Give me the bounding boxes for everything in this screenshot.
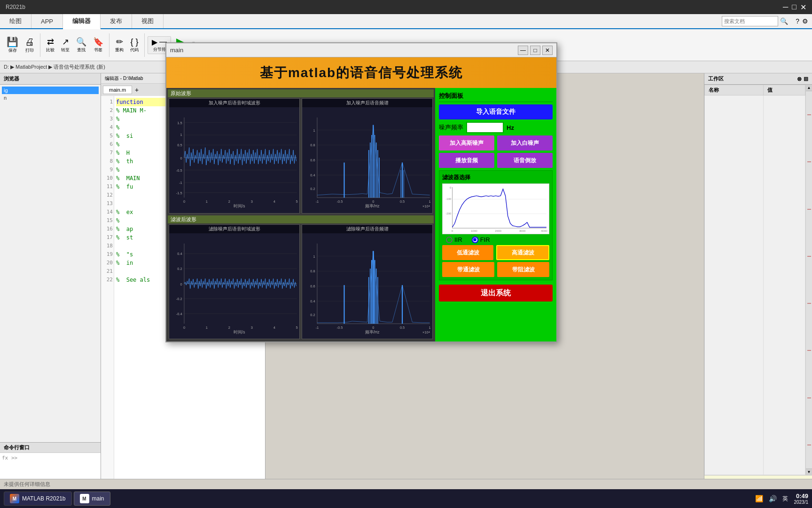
tree-item-ig[interactable]: ig [2,87,99,94]
refactor-button[interactable]: ✏ 重构 [112,36,126,54]
gaussian-noise-button[interactable]: 加入高斯噪声 [439,135,494,151]
original-section-label: 原始波形 [168,89,434,97]
iir-radio-circle [446,237,453,243]
noise-freq-row: 噪声频率 10000 Hz [439,122,553,133]
svg-text:0: 0 [452,229,453,232]
scroll-down-btn[interactable]: ▼ [806,468,812,475]
left-panel-header: 浏览器 [0,73,101,85]
white-noise-button[interactable]: 加入白噪声 [497,135,553,151]
plot-top-right-inner: 1 0.8 0.6 0.4 0.2 -1 -0.5 0 0.5 [302,107,432,213]
noise-freq-input[interactable]: 10000 [466,122,504,133]
svg-text:2000: 2000 [495,229,501,232]
goto-button[interactable]: ↗ 转至 [58,36,72,54]
workspace-close-icon[interactable]: ⊗ [797,76,802,82]
bookmark-button[interactable]: 🔖 书签 [90,36,106,54]
indent-button[interactable]: { } 代码 [127,36,141,54]
svg-text:1: 1 [313,254,315,258]
svg-text:频率/Hz: 频率/Hz [365,330,380,334]
taskbar-time: 0:49 [794,492,808,500]
save-button[interactable]: 💾 保存 [4,35,21,55]
search-icon[interactable]: 🔍 [780,17,788,25]
svg-text:-1.5: -1.5 [176,191,182,195]
bandstop-button[interactable]: 带阻滤波 [497,262,549,277]
plots-area: 原始波形 加入噪声后语音时域波形 [166,88,435,341]
svg-text:3: 3 [251,199,253,204]
svg-text:0.6: 0.6 [310,284,315,288]
print-button[interactable]: 🖨 打印 [22,36,37,55]
left-panel-content: ig n [0,85,101,442]
reverse-audio-button[interactable]: 语音倒放 [497,153,553,168]
svg-text:1: 1 [429,325,431,329]
svg-text:4000: 4000 [541,229,547,232]
svg-text:1.5: 1.5 [177,121,182,125]
status-bar: 未提供任何详细信息 [0,479,812,489]
svg-text:1: 1 [206,199,208,204]
minimize-btn[interactable]: ─ [783,3,788,12]
tray-lang[interactable]: 英 [782,495,788,503]
window-close-btn[interactable]: ✕ [542,46,553,55]
svg-text:-0.5: -0.5 [336,199,343,204]
window-maximize-btn[interactable]: □ [530,46,540,55]
window-minimize-btn[interactable]: — [518,46,528,55]
svg-text:时间/s: 时间/s [234,204,245,208]
highpass-button[interactable]: 高通滤波 [496,245,549,260]
tab-editor[interactable]: 编辑器 [63,14,101,29]
svg-text:0: 0 [450,186,452,189]
svg-text:1: 1 [180,133,182,137]
find-button[interactable]: 🔍 查找 [73,36,89,54]
plot-bottom-right-svg: 1 0.8 0.6 0.4 0.2 -1 -0.5 0 0.5 1 [302,233,432,339]
filter-chart: 0 -100 -200 0 1000 2000 3000 4000 [442,183,549,234]
scroll-up-btn[interactable]: ▲ [806,85,812,91]
svg-text:0.2: 0.2 [177,267,182,271]
load-file-button[interactable]: 导入语音文件 [439,104,553,119]
filter-section: 滤波器选择 0 [439,170,553,280]
editor-tab-main[interactable]: main.m [103,86,132,94]
bandpass-button[interactable]: 带通滤波 [442,262,494,277]
tray-sound-icon[interactable]: 🔊 [769,495,777,502]
svg-text:2: 2 [228,199,230,204]
svg-text:0.5: 0.5 [400,325,405,329]
tab-app[interactable]: APP [31,14,63,28]
workspace-title: 工作区 [708,75,724,82]
title-bar: R2021b ─ □ ✕ [0,0,812,14]
svg-text:0.2: 0.2 [310,187,315,191]
workspace-table: 名称 值 [704,85,805,475]
tab-publish[interactable]: 发布 [101,14,132,28]
new-tab-btn[interactable]: + [133,86,141,94]
taskbar-main-btn[interactable]: M main [74,492,110,506]
tree-item-n[interactable]: n [2,94,99,102]
iir-label: IIR [454,236,462,243]
lowpass-button[interactable]: 低通滤波 [442,245,493,260]
tab-drawing[interactable]: 绘图 [0,14,31,28]
taskbar-matlab-btn[interactable]: M MATLAB R2021b [4,492,72,506]
main-window-titlebar: main — □ ✕ [166,43,556,57]
exit-button[interactable]: 退出系统 [439,285,553,302]
plot-top-left: 加入噪声后语音时域波形 [169,98,300,214]
fir-radio[interactable]: FIR [472,236,490,243]
compare-button[interactable]: ⇄ 比较 [43,36,57,54]
tab-view[interactable]: 视图 [132,14,164,28]
iir-radio[interactable]: IIR [446,236,462,243]
refactor-icon: ✏ [116,37,123,47]
workspace-row [705,95,805,475]
maximize-btn[interactable]: □ [792,3,796,12]
tray-network-icon[interactable]: 📶 [755,495,763,502]
app-body: 原始波形 加入噪声后语音时域波形 [166,88,556,341]
svg-text:-1: -1 [316,325,319,329]
app-header: 基于matlab的语音信号处理系统 [166,57,556,88]
scroll-track [806,91,812,468]
settings-icon[interactable]: ⚙ [802,17,808,25]
plot-top-right-svg: 1 0.8 0.6 0.4 0.2 -1 -0.5 0 0.5 [302,107,432,213]
svg-text:0: 0 [372,199,374,204]
left-panel: 浏览器 ig n 命令行窗口 fx >> [0,73,101,489]
control-panel-title: 控制面板 [439,92,553,102]
search-input[interactable] [722,16,778,26]
col-value-header: 值 [763,85,805,95]
close-btn[interactable]: ✕ [800,3,806,12]
print-icon: 🖨 [25,37,34,48]
window-title: R2021b [6,4,25,10]
filter-section-title: 滤波器选择 [442,174,549,182]
help-icon[interactable]: ? [796,17,799,25]
play-audio-button[interactable]: 播放音频 [439,153,494,168]
workspace-settings-icon[interactable]: ⊞ [804,76,808,82]
